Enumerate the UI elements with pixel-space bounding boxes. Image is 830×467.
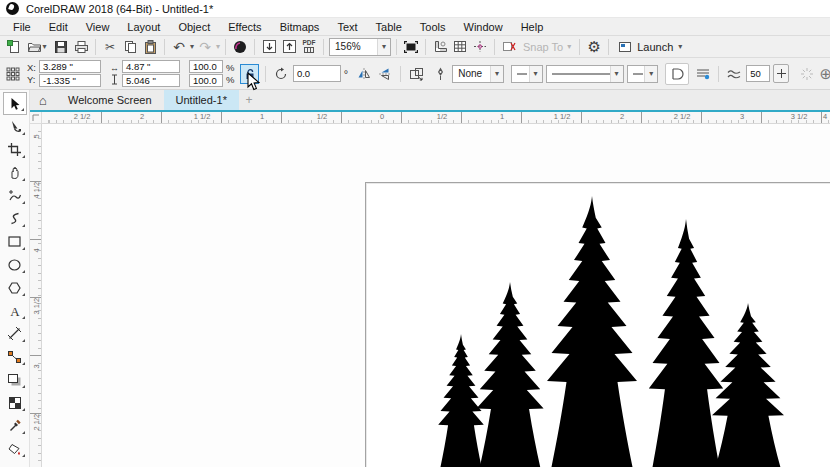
- search-content-icon[interactable]: [231, 38, 249, 56]
- coreldraw-logo-icon: [6, 2, 19, 15]
- tool-interactive-fill[interactable]: [3, 437, 27, 460]
- publish-to-pdf-icon[interactable]: PDF: [300, 38, 318, 56]
- show-grid-icon[interactable]: [451, 38, 469, 56]
- object-width-field[interactable]: 4.87 ": [122, 60, 180, 73]
- wrap-paragraph-text-icon[interactable]: [665, 63, 689, 85]
- pine-tree-5[interactable]: [712, 303, 784, 467]
- launch-caret-icon: ▾: [678, 43, 682, 51]
- menu-table[interactable]: Table: [367, 18, 411, 36]
- save-icon[interactable]: [52, 38, 70, 56]
- hruler-label: 1 1/2: [554, 112, 571, 121]
- menu-view[interactable]: View: [77, 18, 119, 36]
- smoothing-stepper-icon[interactable]: [773, 64, 789, 83]
- menu-tools[interactable]: Tools: [411, 18, 455, 36]
- tool-parallel-dimension[interactable]: [3, 322, 27, 345]
- lock-ratio-button[interactable]: [240, 64, 258, 84]
- pine-trees-artwork[interactable]: [366, 182, 830, 467]
- menu-edit[interactable]: Edit: [40, 18, 77, 36]
- convert-to-curves-icon[interactable]: [407, 65, 425, 83]
- toolbar-separator: [323, 39, 324, 55]
- menu-help[interactable]: Help: [512, 18, 553, 36]
- tool-polygon[interactable]: [3, 276, 27, 299]
- show-rulers-icon[interactable]: [431, 38, 449, 56]
- menu-effects[interactable]: Effects: [219, 18, 270, 36]
- snap-off-icon[interactable]: [500, 38, 518, 56]
- tool-freehand[interactable]: [3, 184, 27, 207]
- arrow-end-combo[interactable]: ▾: [627, 65, 659, 83]
- scale-vertical-field[interactable]: 100.0: [189, 74, 223, 87]
- launch-dropdown[interactable]: Launch ▾: [614, 41, 686, 53]
- options-gear-icon[interactable]: ⚙: [585, 38, 603, 56]
- open-document-icon[interactable]: ▾: [24, 38, 50, 56]
- y-position-field[interactable]: -1.335 ": [39, 74, 101, 87]
- launch-app-icon: [618, 41, 632, 53]
- import-icon[interactable]: [260, 38, 278, 56]
- tool-drop-shadow[interactable]: [3, 368, 27, 391]
- zoom-level-combo[interactable]: 156% ▾: [329, 38, 391, 56]
- x-position-field[interactable]: 3.289 ": [39, 60, 101, 73]
- show-guidelines-icon[interactable]: [471, 38, 489, 56]
- vruler-label: 5: [32, 131, 41, 143]
- outline-width-value: None: [458, 68, 482, 79]
- tab-welcome-screen[interactable]: Welcome Screen: [56, 90, 164, 110]
- tool-color-eyedropper[interactable]: [3, 414, 27, 437]
- vertical-ruler[interactable]: 5 4 1/2 4 3 1/2 3 2 1/2: [30, 124, 42, 467]
- arrow-start-combo[interactable]: ▾: [511, 65, 543, 83]
- pine-tree-4[interactable]: [649, 219, 723, 467]
- standard-toolbar: ▾ ✂ ↶ ▾ ↷ ▾ PDF 156% ▾: [0, 36, 830, 58]
- menu-file[interactable]: File: [4, 18, 40, 36]
- menu-object[interactable]: Object: [169, 18, 219, 36]
- open-dropdown-caret-icon[interactable]: ▾: [42, 43, 46, 51]
- tool-rectangle[interactable]: [3, 230, 27, 253]
- rotation-angle-field[interactable]: 0.0: [293, 65, 341, 82]
- snap-to-label: Snap To: [523, 41, 563, 53]
- add-preset-icon[interactable]: ⊕: [819, 65, 830, 83]
- menu-text[interactable]: Text: [328, 18, 366, 36]
- tool-transparency[interactable]: [3, 391, 27, 414]
- redo-dropdown-caret-icon: ▾: [216, 43, 220, 51]
- horizontal-ruler[interactable]: 2 1/2 2 1 1/2 1 1/2 0 1/2 1 1 1/2 2 2 1/…: [42, 112, 830, 124]
- outline-width-combo[interactable]: None ▾: [452, 65, 504, 83]
- cut-icon[interactable]: ✂: [101, 38, 119, 56]
- menu-bitmaps[interactable]: Bitmaps: [271, 18, 329, 36]
- drawing-canvas[interactable]: [42, 124, 830, 467]
- home-tab-icon[interactable]: ⌂: [30, 90, 56, 110]
- menu-window[interactable]: Window: [455, 18, 512, 36]
- paste-icon[interactable]: [141, 38, 159, 56]
- tool-bspline[interactable]: [3, 207, 27, 230]
- export-icon[interactable]: [280, 38, 298, 56]
- new-document-tab-icon[interactable]: +: [239, 90, 259, 110]
- text-properties-icon[interactable]: [694, 65, 712, 83]
- new-document-icon[interactable]: [4, 38, 22, 56]
- smoothing-value-field[interactable]: 50: [746, 65, 770, 82]
- tool-pan-hand[interactable]: [3, 161, 27, 184]
- object-height-field[interactable]: 5.046 ": [122, 74, 180, 87]
- undo-icon[interactable]: ↶: [170, 38, 188, 56]
- tool-ellipse[interactable]: [3, 253, 27, 276]
- fullscreen-preview-icon[interactable]: [402, 38, 420, 56]
- mirror-horizontal-icon[interactable]: [355, 65, 373, 83]
- tool-text[interactable]: A: [3, 299, 27, 322]
- pine-tree-1[interactable]: [438, 334, 484, 467]
- tool-pick[interactable]: [3, 92, 27, 115]
- toolbar-separator: [579, 39, 580, 55]
- pine-tree-3[interactable]: [547, 196, 637, 467]
- menu-layout[interactable]: Layout: [118, 18, 169, 36]
- line-style-combo[interactable]: ▾: [546, 65, 624, 83]
- tool-shape[interactable]: [3, 115, 27, 138]
- scale-horizontal-field[interactable]: 100.0: [189, 60, 223, 73]
- tool-connector[interactable]: [3, 345, 27, 368]
- window-title: CorelDRAW 2018 (64-Bit) - Untitled-1*: [26, 3, 213, 15]
- copy-icon[interactable]: [121, 38, 139, 56]
- toolbar-separator: [396, 39, 397, 55]
- pine-tree-2[interactable]: [476, 282, 543, 467]
- tab-untitled-1[interactable]: Untitled-1*: [164, 90, 239, 110]
- ruler-origin-corner[interactable]: [30, 112, 42, 124]
- vruler-label: 3: [32, 361, 41, 373]
- mirror-vertical-icon[interactable]: [376, 65, 394, 83]
- tool-crop[interactable]: [3, 138, 27, 161]
- percent-labels: % %: [226, 62, 234, 85]
- undo-dropdown-caret-icon[interactable]: ▾: [190, 43, 194, 51]
- hruler-label: 1: [500, 112, 504, 121]
- print-icon[interactable]: [72, 38, 90, 56]
